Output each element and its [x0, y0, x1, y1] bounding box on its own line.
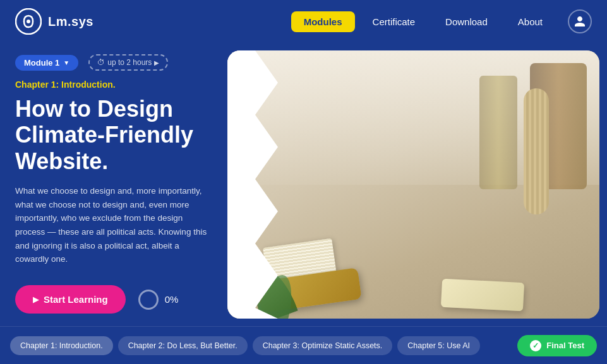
- module-row: Module 1 ▼ ⏱ up to 2 hours ▶: [15, 54, 212, 71]
- hero-image-panel: [227, 43, 607, 326]
- header: Lm.sys Modules Certificate Download Abou…: [0, 0, 607, 43]
- clock-icon: ⏱: [97, 58, 105, 67]
- action-row: ▶ Start Learning 0%: [15, 285, 212, 314]
- final-test-button[interactable]: ✓ Final Test: [517, 335, 597, 356]
- chapter-tab-2[interactable]: Chapter 2: Do Less, But Better.: [118, 336, 248, 355]
- chevron-down-icon: ▼: [63, 59, 69, 66]
- svg-point-1: [27, 20, 30, 23]
- nav-download[interactable]: Download: [433, 11, 500, 32]
- description: What we choose to design and, more impor…: [15, 184, 212, 271]
- play-icon: ▶: [33, 295, 39, 304]
- hero-image: [227, 50, 599, 319]
- rope-decoration: [524, 88, 549, 214]
- checkmark-icon: ✓: [530, 340, 541, 351]
- left-panel: Module 1 ▼ ⏱ up to 2 hours ▶ Chapter 1: …: [0, 43, 227, 326]
- duration-label: up to 2 hours: [107, 58, 152, 67]
- main-title: How to Design Climate-Friendly Website.: [15, 96, 212, 174]
- chevron-right-icon: ▶: [154, 59, 159, 66]
- module-badge-label: Module 1: [24, 58, 59, 68]
- logo-text: Lm.sys: [48, 15, 93, 29]
- chapter-tab-4[interactable]: Chapter 5: Use AI: [397, 336, 480, 355]
- nav-about[interactable]: About: [505, 11, 555, 32]
- chapter-label: Chapter 1: Introduction.: [15, 79, 212, 90]
- chapter-tab-1[interactable]: Chapter 1: Introduction.: [10, 336, 113, 355]
- start-button-label: Start Learning: [44, 294, 108, 305]
- main-nav: Modules Certificate Download About: [291, 9, 592, 33]
- user-avatar-button[interactable]: [568, 9, 592, 33]
- logo-icon: [15, 8, 42, 35]
- soap-decoration: [441, 279, 524, 312]
- progress-value: 0%: [165, 294, 179, 305]
- chapter-tab-3[interactable]: Chapter 3: Optimize Static Assets.: [253, 336, 393, 355]
- progress-area: 0%: [138, 290, 179, 310]
- nav-certificate[interactable]: Certificate: [360, 11, 428, 32]
- final-test-label: Final Test: [546, 341, 584, 350]
- main-content: Module 1 ▼ ⏱ up to 2 hours ▶ Chapter 1: …: [0, 43, 607, 326]
- duration-badge: ⏱ up to 2 hours ▶: [88, 54, 168, 71]
- nav-modules[interactable]: Modules: [291, 11, 355, 32]
- logo-area: Lm.sys: [15, 8, 93, 35]
- start-learning-button[interactable]: ▶ Start Learning: [15, 285, 126, 314]
- progress-circle: [138, 290, 159, 310]
- cylinder-decoration-2: [479, 76, 517, 189]
- user-icon: [574, 15, 586, 28]
- module-badge[interactable]: Module 1 ▼: [15, 55, 78, 71]
- bottom-nav: Chapter 1: Introduction. Chapter 2: Do L…: [0, 326, 607, 364]
